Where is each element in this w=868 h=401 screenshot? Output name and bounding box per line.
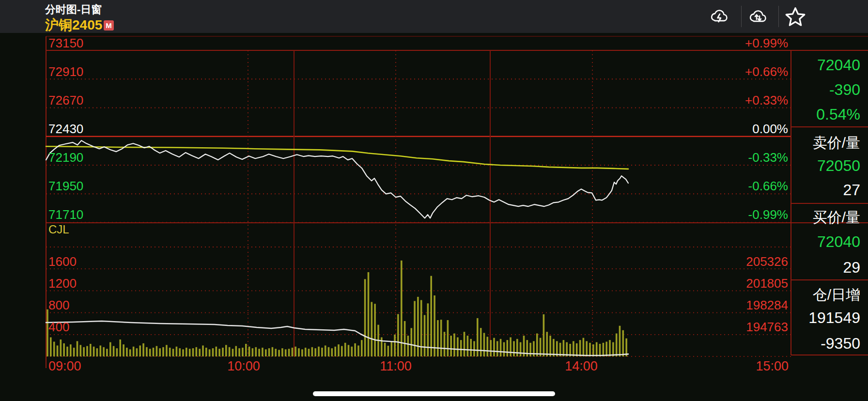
price-change-pct: 0.54% [816, 106, 860, 123]
open-interest-label: 仓/日增 [813, 285, 860, 305]
oi-axis-label: 194763 [746, 319, 788, 335]
pct-axis-label: -0.99% [748, 207, 788, 222]
volume-axis-label: 800 [48, 297, 69, 313]
pct-axis-label-zero: 0.00% [752, 121, 788, 137]
time-axis-label: 10:00 [227, 359, 260, 374]
pct-axis-label: +0.66% [745, 64, 788, 79]
ask-label: 卖价/量 [813, 133, 860, 153]
bid-price: 72040 [817, 233, 860, 251]
volume-axis-label: 400 [48, 319, 69, 335]
bid-quantity: 29 [843, 259, 860, 277]
price-axis-label: 71710 [48, 207, 83, 222]
bid-label: 买价/量 [813, 208, 860, 228]
price-axis-label-prev-close: 72430 [48, 121, 83, 137]
price-change: -390 [829, 81, 860, 99]
ask-price: 72050 [817, 157, 860, 175]
oi-axis-label: 198284 [746, 297, 788, 313]
time-axis-label: 09:00 [48, 359, 81, 374]
pct-axis-label: +0.33% [745, 93, 788, 108]
price-axis-label: 72190 [48, 150, 83, 165]
ask-quantity: 27 [843, 181, 860, 199]
oi-axis-label: 201805 [746, 276, 788, 291]
pct-axis-label: -0.66% [748, 178, 788, 194]
intraday-chart-canvas[interactable] [0, 0, 868, 401]
open-interest-value: 191549 [808, 309, 860, 327]
volume-axis-label: 1200 [48, 276, 77, 291]
indicator-label-cjl: CJL [48, 222, 69, 237]
open-interest-daily-change: -9350 [821, 335, 860, 353]
time-axis-label: 11:00 [380, 359, 412, 374]
time-axis-label: 15:00 [756, 359, 789, 374]
oi-axis-label: 205326 [746, 254, 788, 269]
time-axis-label: 14:00 [565, 359, 598, 374]
home-indicator[interactable] [313, 391, 555, 396]
pct-axis-label: -0.33% [748, 150, 788, 165]
price-axis-label: 72670 [48, 93, 83, 108]
pct-axis-label: +0.99% [745, 35, 788, 51]
volume-axis-label: 1600 [48, 254, 77, 269]
trading-app-screen: 分时图-日窗 沪铜2405 M 73150 72910 72670 [0, 0, 868, 401]
last-price: 72040 [817, 56, 860, 74]
price-axis-label: 72910 [48, 64, 83, 79]
price-axis-label: 71950 [48, 178, 83, 194]
price-axis-label: 73150 [48, 35, 83, 51]
